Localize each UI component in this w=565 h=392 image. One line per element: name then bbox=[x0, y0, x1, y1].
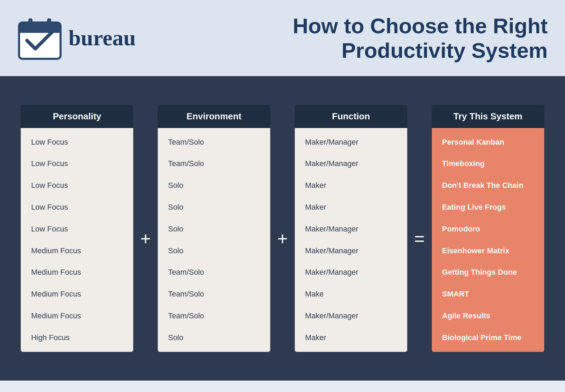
cell-environment-6: Team/Solo bbox=[158, 262, 270, 283]
cell-personality-0: Low Focus bbox=[21, 131, 133, 153]
cell-personality-4: Low Focus bbox=[21, 218, 133, 240]
svg-rect-3 bbox=[28, 18, 33, 28]
column-header-environment: Environment bbox=[158, 105, 270, 128]
column-body-system: Personal KanbanTimeboxingDon't Break The… bbox=[432, 128, 544, 352]
logo-area: bureau bbox=[17, 16, 136, 61]
cell-environment-7: Team/Solo bbox=[158, 283, 270, 305]
main-content: PersonalityLow FocusLow FocusLow FocusLo… bbox=[0, 76, 565, 381]
cell-function-8: Maker/Manager bbox=[295, 305, 407, 327]
cell-personality-8: Medium Focus bbox=[21, 305, 133, 327]
cell-function-7: Make bbox=[295, 283, 407, 305]
cell-function-6: Maker/Manager bbox=[295, 262, 407, 283]
cell-personality-6: Medium Focus bbox=[21, 262, 133, 283]
column-body-function: Maker/ManagerMaker/ManagerMakerMakerMake… bbox=[295, 128, 407, 352]
cell-personality-2: Low Focus bbox=[21, 175, 133, 197]
cell-function-2: Maker bbox=[295, 175, 407, 197]
cell-environment-1: Team/Solo bbox=[158, 153, 270, 175]
cell-system-4: Pomodoro bbox=[432, 218, 544, 240]
cell-environment-5: Solo bbox=[158, 240, 270, 262]
column-header-personality: Personality bbox=[21, 105, 133, 128]
cell-function-1: Maker/Manager bbox=[295, 153, 407, 175]
cell-environment-4: Solo bbox=[158, 218, 270, 240]
cell-function-5: Maker/Manager bbox=[295, 240, 407, 262]
cell-personality-1: Low Focus bbox=[21, 153, 133, 175]
cell-personality-3: Low Focus bbox=[21, 197, 133, 218]
column-function: FunctionMaker/ManagerMaker/ManagerMakerM… bbox=[295, 105, 407, 352]
cell-personality-7: Medium Focus bbox=[21, 283, 133, 305]
brand-name: bureau bbox=[69, 25, 136, 51]
operator-1: + bbox=[270, 228, 294, 249]
cell-function-4: Maker/Manager bbox=[295, 218, 407, 240]
column-body-personality: Low FocusLow FocusLow FocusLow FocusLow … bbox=[21, 128, 133, 352]
cell-function-9: Maker bbox=[295, 327, 407, 349]
cell-system-1: Timeboxing bbox=[432, 153, 544, 175]
column-personality: PersonalityLow FocusLow FocusLow FocusLo… bbox=[21, 105, 133, 352]
column-environment: EnvironmentTeam/SoloTeam/SoloSoloSoloSol… bbox=[158, 105, 270, 352]
column-header-function: Function bbox=[295, 105, 407, 128]
cell-environment-8: Team/Solo bbox=[158, 305, 270, 327]
cell-system-3: Eating Live Frogs bbox=[432, 197, 544, 218]
column-system: Try This SystemPersonal KanbanTimeboxing… bbox=[432, 105, 544, 352]
cell-environment-0: Team/Solo bbox=[158, 131, 270, 153]
svg-rect-4 bbox=[47, 18, 51, 28]
header-title: How to Choose the Right Productivity Sys… bbox=[146, 13, 548, 63]
cell-environment-2: Solo bbox=[158, 175, 270, 197]
cell-system-0: Personal Kanban bbox=[432, 131, 544, 153]
cell-function-3: Maker bbox=[295, 197, 407, 218]
calendar-icon bbox=[17, 16, 62, 61]
column-body-environment: Team/SoloTeam/SoloSoloSoloSoloSoloTeam/S… bbox=[158, 128, 270, 352]
cell-personality-5: Medium Focus bbox=[21, 240, 133, 262]
header-section: bureau How to Choose the Right Productiv… bbox=[0, 0, 565, 76]
cell-system-7: SMART bbox=[432, 283, 544, 305]
cell-personality-9: High Focus bbox=[21, 327, 133, 349]
column-header-system: Try This System bbox=[432, 105, 544, 128]
cell-system-9: Biological Prime Time bbox=[432, 327, 544, 349]
cell-system-2: Don't Break The Chain bbox=[432, 175, 544, 197]
cell-environment-9: Solo bbox=[158, 327, 270, 349]
operator-2: = bbox=[407, 228, 431, 249]
cell-system-5: Eisenhower Matrix bbox=[432, 240, 544, 262]
svg-rect-2 bbox=[19, 29, 61, 33]
cell-system-8: Agile Results bbox=[432, 305, 544, 327]
operator-0: + bbox=[133, 228, 157, 249]
cell-system-6: Getting Things Done bbox=[432, 262, 544, 283]
cell-function-0: Maker/Manager bbox=[295, 131, 407, 153]
cell-environment-3: Solo bbox=[158, 197, 270, 218]
